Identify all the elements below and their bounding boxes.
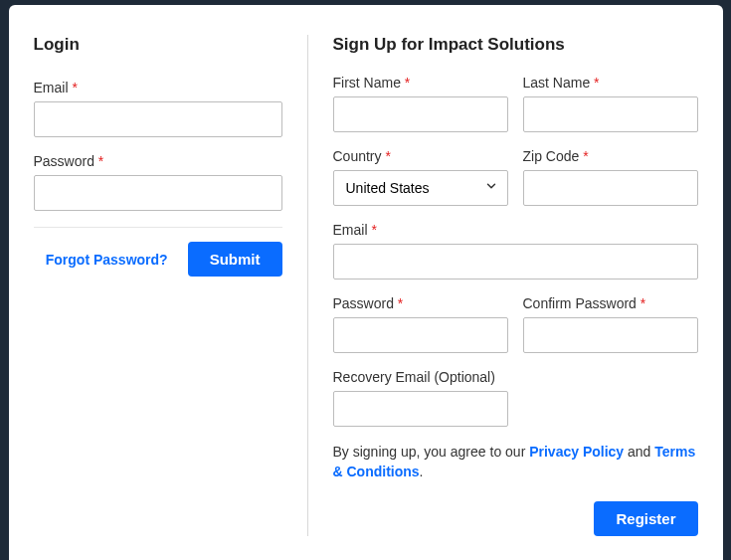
register-actions: Register <box>333 501 698 536</box>
required-mark: * <box>583 148 588 164</box>
login-password-group: Password * <box>34 153 282 211</box>
login-password-label: Password * <box>34 153 282 169</box>
recovery-email-label: Recovery Email (Optional) <box>333 369 508 385</box>
confirm-password-input[interactable] <box>523 317 698 353</box>
signup-panel: Sign Up for Impact Solutions First Name … <box>307 35 698 536</box>
country-select[interactable]: United States <box>333 170 508 206</box>
country-group: Country * United States <box>333 148 508 206</box>
last-name-label: Last Name * <box>523 75 698 91</box>
login-actions: Forgot Password? Submit <box>34 242 282 277</box>
last-name-input[interactable] <box>523 96 698 132</box>
signup-email-label: Email * <box>333 222 698 238</box>
required-mark: * <box>640 295 645 311</box>
zip-label: Zip Code * <box>523 148 698 164</box>
agreement-text: By signing up, you agree to our Privacy … <box>333 443 698 481</box>
required-mark: * <box>98 153 103 169</box>
login-divider <box>34 227 282 228</box>
first-name-group: First Name * <box>333 75 508 132</box>
auth-card: Login Email * Password * Forgot Password… <box>9 5 723 560</box>
submit-button[interactable]: Submit <box>188 242 282 277</box>
login-email-group: Email * <box>34 80 282 137</box>
required-mark: * <box>385 148 390 164</box>
recovery-email-input[interactable] <box>333 391 508 427</box>
required-mark: * <box>405 75 410 91</box>
last-name-group: Last Name * <box>523 75 698 132</box>
required-mark: * <box>371 222 376 238</box>
confirm-password-label: Confirm Password * <box>523 295 698 311</box>
recovery-email-group: Recovery Email (Optional) <box>333 369 508 427</box>
login-panel: Login Email * Password * Forgot Password… <box>34 35 307 536</box>
first-name-input[interactable] <box>333 96 508 132</box>
signup-password-label: Password * <box>333 295 508 311</box>
signup-password-input[interactable] <box>333 317 508 353</box>
country-label: Country * <box>333 148 508 164</box>
signup-email-group: Email * <box>333 222 698 280</box>
login-title: Login <box>34 35 282 55</box>
signup-title: Sign Up for Impact Solutions <box>333 35 698 55</box>
login-email-input[interactable] <box>34 101 282 137</box>
login-email-label: Email * <box>34 80 282 95</box>
signup-password-group: Password * <box>333 295 508 353</box>
login-password-input[interactable] <box>34 175 282 211</box>
required-mark: * <box>594 75 599 91</box>
required-mark: * <box>398 295 403 311</box>
register-button[interactable]: Register <box>594 501 697 536</box>
zip-input[interactable] <box>523 170 698 206</box>
zip-group: Zip Code * <box>523 148 698 206</box>
forgot-password-link[interactable]: Forgot Password? <box>46 252 168 268</box>
first-name-label: First Name * <box>333 75 508 91</box>
required-mark: * <box>72 80 77 95</box>
signup-email-input[interactable] <box>333 244 698 280</box>
confirm-password-group: Confirm Password * <box>523 295 698 353</box>
privacy-policy-link[interactable]: Privacy Policy <box>529 444 624 460</box>
